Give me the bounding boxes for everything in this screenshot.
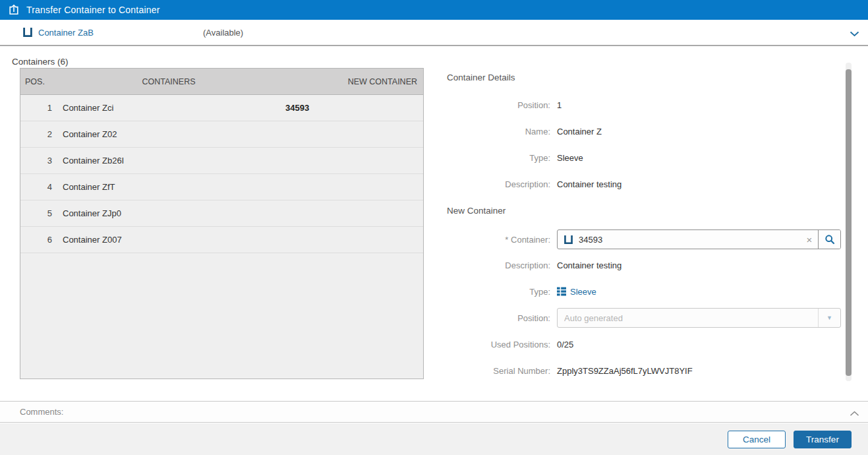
container-icon [564, 235, 573, 245]
new-container-label: * Container: [447, 235, 550, 245]
details-panel: Container Details Position: 1 Name: Cont… [447, 46, 841, 384]
new-container-title: New Container [447, 206, 841, 216]
clear-icon[interactable]: × [801, 234, 818, 245]
comments-label: Comments: [20, 407, 63, 417]
containers-table: POS. CONTAINERS NEW CONTAINER 1 Containe… [20, 68, 424, 379]
column-header-pos: POS. [20, 77, 52, 86]
row-pos: 5 [20, 208, 52, 218]
container-lookup-input[interactable] [573, 235, 801, 245]
position-value: 1 [557, 100, 562, 110]
serial-number-label: Serial Number: [447, 366, 550, 376]
footer-bar: Cancel Transfer [0, 423, 868, 455]
name-value: Container Z [557, 127, 602, 136]
row-pos: 3 [20, 156, 52, 166]
chevron-up-icon[interactable] [850, 408, 859, 419]
new-position-label: Position: [447, 313, 550, 323]
container-details-title: Container Details [447, 73, 841, 82]
row-container-name: Container ZJp0 [63, 208, 285, 218]
table-row[interactable]: 2 Container Z02 [20, 121, 423, 148]
comments-section[interactable]: Comments: [0, 401, 868, 423]
position-dropdown[interactable]: ▼ [557, 308, 841, 328]
name-label: Name: [447, 127, 550, 136]
containers-table-header: POS. CONTAINERS NEW CONTAINER [20, 69, 423, 95]
dialog-title-bar: Transfer Container to Container [0, 0, 868, 20]
container-lookup-field: × [557, 229, 841, 249]
position-dropdown-input[interactable] [558, 313, 818, 323]
row-container-name: Container ZfT [63, 182, 285, 192]
table-row[interactable]: 1 Container Zci 34593 [20, 95, 423, 121]
container-icon [22, 27, 33, 38]
type-label: Type: [447, 153, 550, 163]
row-pos: 1 [20, 103, 52, 113]
row-container-name: Container Zci [63, 103, 285, 113]
containers-panel-title: Containers (6) [12, 57, 69, 67]
search-icon[interactable] [818, 229, 840, 249]
chevron-down-icon[interactable] [850, 28, 859, 40]
column-header-containers: CONTAINERS [52, 77, 285, 86]
row-container-name: Container Z007 [63, 235, 285, 245]
row-container-name: Container Zb26I [63, 156, 285, 166]
cancel-button[interactable]: Cancel [728, 431, 786, 448]
source-container-name: Container ZaB [38, 28, 94, 38]
table-row[interactable]: 6 Container Z007 [20, 227, 423, 253]
row-pos: 4 [20, 182, 52, 192]
transfer-button[interactable]: Transfer [794, 431, 852, 448]
dialog-title: Transfer Container to Container [26, 5, 160, 15]
transfer-container-icon [8, 4, 20, 16]
source-container-status: (Available) [203, 28, 243, 38]
dropdown-arrow-icon[interactable]: ▼ [818, 308, 840, 328]
table-row[interactable]: 4 Container ZfT [20, 174, 423, 200]
description-value: Container testing [557, 179, 622, 189]
description-label: Description: [447, 179, 550, 189]
row-pos: 6 [20, 235, 52, 245]
new-type-label: Type: [447, 287, 550, 297]
new-description-label: Description: [447, 260, 550, 270]
new-type-value[interactable]: Sleeve [570, 287, 596, 297]
source-container-bar: Container ZaB (Available) [0, 20, 868, 46]
type-value: Sleeve [557, 153, 583, 163]
used-positions-value: 0/25 [557, 340, 573, 349]
table-row[interactable]: 5 Container ZJp0 [20, 200, 423, 227]
new-description-value: Container testing [557, 260, 622, 270]
row-pos: 2 [20, 129, 52, 139]
row-new-container: 34593 [285, 103, 423, 113]
column-header-new-container: NEW CONTAINER [285, 77, 423, 86]
table-row[interactable]: 3 Container Zb26I [20, 148, 423, 174]
position-label: Position: [447, 100, 550, 110]
used-positions-label: Used Positions: [447, 340, 550, 349]
sleeve-grid-icon [557, 287, 566, 296]
serial-number-value: Zpply3TS9ZZaAj56fL7yLWVJT8YIF [557, 366, 693, 376]
scrollbar-thumb[interactable] [846, 69, 852, 376]
row-container-name: Container Z02 [63, 129, 285, 139]
